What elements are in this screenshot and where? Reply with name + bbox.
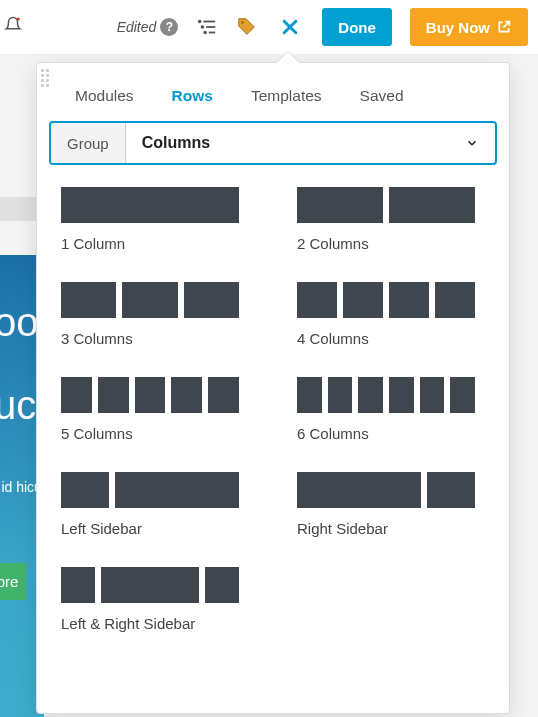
layout-preview xyxy=(61,187,239,223)
layout-label: Left & Right Sidebar xyxy=(61,615,261,632)
layout-label: 1 Column xyxy=(61,235,261,252)
external-link-icon xyxy=(496,19,512,35)
svg-point-5 xyxy=(202,26,204,28)
content-panel: Modules Rows Templates Saved Group Colum… xyxy=(36,62,510,714)
layout-preview xyxy=(61,377,239,413)
group-label: Group xyxy=(51,123,126,163)
group-select-value: Columns xyxy=(142,134,210,152)
layout-preview xyxy=(297,377,475,413)
svg-point-4 xyxy=(199,21,201,23)
layout-5-columns[interactable]: 5 Columns xyxy=(61,377,261,442)
bg-hero-h1b: uc xyxy=(0,383,36,428)
svg-point-6 xyxy=(205,32,207,34)
chevron-down-icon xyxy=(465,136,479,150)
bg-hero-cta-fragment: plore xyxy=(0,563,26,600)
group-selector: Group Columns xyxy=(49,121,497,165)
group-select[interactable]: Columns xyxy=(126,134,495,152)
layout-4-columns[interactable]: 4 Columns xyxy=(297,282,497,347)
layout-label: 6 Columns xyxy=(297,425,497,442)
svg-point-0 xyxy=(17,17,20,20)
bg-hero-h1a: oo xyxy=(0,300,39,345)
layout-label: 5 Columns xyxy=(61,425,261,442)
layout-left-sidebar[interactable]: Left Sidebar xyxy=(61,472,261,537)
close-icon[interactable] xyxy=(276,13,304,41)
tab-saved[interactable]: Saved xyxy=(360,87,404,105)
svg-point-7 xyxy=(241,21,244,24)
outline-icon[interactable] xyxy=(196,16,218,38)
drag-handle-icon[interactable] xyxy=(41,69,49,87)
layout-label: 3 Columns xyxy=(61,330,261,347)
layout-label: 4 Columns xyxy=(297,330,497,347)
layout-right-sidebar[interactable]: Right Sidebar xyxy=(297,472,497,537)
done-button[interactable]: Done xyxy=(322,8,392,46)
tab-modules[interactable]: Modules xyxy=(75,87,134,105)
tab-templates[interactable]: Templates xyxy=(251,87,322,105)
layout-2-columns[interactable]: 2 Columns xyxy=(297,187,497,252)
panel-tabs: Modules Rows Templates Saved xyxy=(37,63,509,121)
edited-status: Edited ? xyxy=(117,18,179,36)
layout-3-columns[interactable]: 3 Columns xyxy=(61,282,261,347)
layout-preview xyxy=(61,472,239,508)
layout-preview xyxy=(297,187,475,223)
top-toolbar: Edited ? Done Buy Now xyxy=(0,0,538,55)
buy-now-button[interactable]: Buy Now xyxy=(410,8,528,46)
buy-now-label: Buy Now xyxy=(426,19,490,36)
layout-label: Right Sidebar xyxy=(297,520,497,537)
layout-preview xyxy=(297,282,475,318)
tab-rows[interactable]: Rows xyxy=(172,87,213,105)
layout-preview xyxy=(61,567,239,603)
tag-icon[interactable] xyxy=(236,16,258,38)
help-icon[interactable]: ? xyxy=(160,18,178,36)
layout-6-columns[interactable]: 6 Columns xyxy=(297,377,497,442)
layout-preview xyxy=(61,282,239,318)
layouts-grid: 1 Column 2 Columns 3 Columns 4 Columns 5… xyxy=(37,187,509,654)
layout-preview xyxy=(297,472,475,508)
edited-label: Edited xyxy=(117,19,157,35)
notifications-icon[interactable] xyxy=(0,16,22,39)
panel-arrow xyxy=(276,52,300,64)
layout-left-right-sidebar[interactable]: Left & Right Sidebar xyxy=(61,567,261,632)
layout-1-column[interactable]: 1 Column xyxy=(61,187,261,252)
layout-label: 2 Columns xyxy=(297,235,497,252)
layout-label: Left Sidebar xyxy=(61,520,261,537)
